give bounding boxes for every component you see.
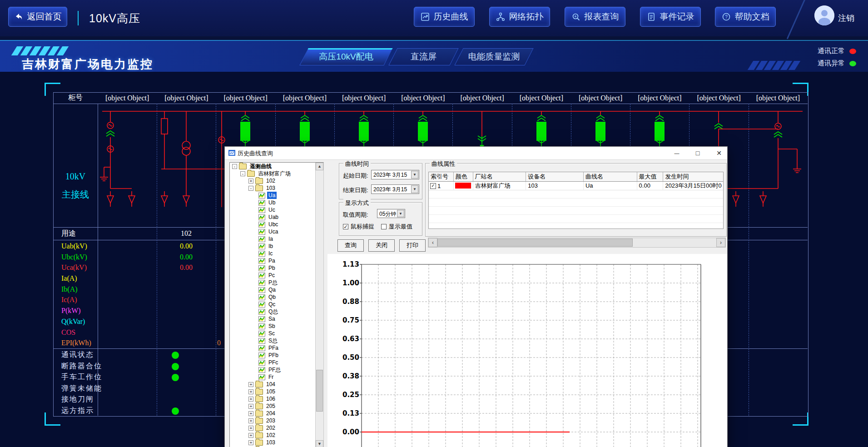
nav-help-doc-button[interactable]: ? 帮助文档 [715,7,776,27]
tree-item[interactable]: Sb [230,323,323,330]
tree-item[interactable]: + 102 [230,432,323,439]
tree-expander[interactable]: + [248,382,253,387]
tree-item[interactable]: Ua [230,192,323,199]
tree-item[interactable]: Qa [230,286,323,293]
scroll-right-arrow[interactable]: › [716,238,725,247]
tree-item[interactable]: Ia [230,235,323,243]
maximize-button[interactable]: □ [693,149,703,158]
tree-item[interactable]: P总 [230,279,323,286]
tree-item[interactable]: Pc [230,272,323,279]
tree-item[interactable]: PFc [230,359,323,366]
close-dialog-button[interactable]: 关闭 [368,239,395,252]
tab-power-quality[interactable]: 电能质量监测 [459,48,529,65]
minimize-button[interactable]: — [672,149,682,158]
tree-expander[interactable]: + [248,440,253,445]
tree-item[interactable]: - 103 [230,184,323,192]
cabinet-number: [object Object] [630,92,689,104]
dropdown-arrow-icon[interactable]: ▼ [411,185,418,193]
start-date-picker[interactable]: 2023年 3月15 ▼ [371,170,419,179]
tree-item[interactable]: + 105 [230,388,323,395]
row-checkbox[interactable]: ✓ [430,183,436,189]
tree-expander[interactable]: + [248,389,253,394]
tree-expander[interactable]: - [232,164,237,169]
query-button[interactable]: 查询 [337,239,364,252]
tree-expander[interactable]: - [248,186,253,191]
tree-item[interactable]: Uab [230,214,323,221]
scroll-left-arrow[interactable]: ‹ [428,238,437,247]
tree-item[interactable]: - 吉林财富广场 [230,170,323,177]
logout-button[interactable]: 注销 [838,13,854,24]
end-date-picker[interactable]: 2023年 3月15 ▼ [371,184,419,194]
curve-attributes-table[interactable]: 索引号 颜色 厂站名 设备名 曲线名 最大值 发生时间 ✓ 1 [428,172,724,229]
dropdown-arrow-icon[interactable]: ▼ [397,210,404,217]
status-label: 手车工作位 [53,373,102,381]
tree-expander[interactable]: - [240,171,245,176]
tree-item[interactable]: Sc [230,330,323,337]
avatar[interactable] [814,5,834,25]
row-curve: Ua [584,182,637,190]
tree-item[interactable]: Fr [230,373,323,381]
curve-icon [258,236,265,242]
nav-history-curve-button[interactable]: 历史曲线 [414,7,475,27]
tree-item[interactable]: Uc [230,206,323,214]
tree-item[interactable]: Sa [230,315,323,323]
nav-report-query-button[interactable]: 报表查询 [565,7,625,27]
tree-item[interactable]: + 204 [230,410,323,417]
tree-item[interactable]: Qc [230,301,323,308]
tree-item[interactable]: Q总 [230,308,323,315]
display-mode-group: 显示方式 取值周期: 05分钟 ▼ ✓ 鼠标捕捉 显示最值 [339,202,422,236]
scroll-down-arrow[interactable]: ▼ [316,440,323,447]
print-button[interactable]: 打印 [399,239,426,252]
tree-item[interactable]: + 205 [230,402,323,410]
tree-item[interactable]: Pa [230,257,323,264]
tree-item[interactable]: + 202 [230,424,323,432]
scrollbar-thumb[interactable] [316,370,323,412]
tree-item[interactable]: + 102 [230,177,323,184]
checkbox-checked-icon[interactable]: ✓ [343,224,348,229]
tree-item[interactable]: Ic [230,250,323,257]
nav-network-topology-button[interactable]: 网络拓扑 [489,7,550,27]
tree-item[interactable]: + 103 [230,439,323,446]
attr-table-row[interactable]: ✓ 1 吉林财富广场 103 Ua 0.00 2023年3月15日00时0 [429,182,723,190]
tree-expander[interactable]: + [248,426,253,431]
dialog-titlebar[interactable]: 历史曲线查询 — □ ✕ [225,147,727,160]
tree-item[interactable]: + 106 [230,395,323,402]
tree-expander[interactable]: + [248,418,253,423]
mouse-capture-checkbox[interactable]: ✓ 鼠标捕捉 [343,223,374,231]
tree-item[interactable]: + 104 [230,381,323,388]
green-dot [172,374,179,381]
tab-dc-panel[interactable]: 直流屏 [393,48,454,65]
tree-expander[interactable]: + [248,404,253,409]
tree-item[interactable]: PF总 [230,366,323,373]
tree-item[interactable]: - 遥测曲线 [230,163,323,170]
tree-expander[interactable]: + [248,397,253,402]
tree-item[interactable]: Pb [230,264,323,272]
hscrollbar-thumb[interactable] [437,238,633,247]
tree-item[interactable]: PFb [230,352,323,359]
scroll-up-arrow[interactable]: ▲ [316,163,323,170]
tree-item[interactable]: PFa [230,344,323,352]
tree-item[interactable]: Ubc [230,221,323,228]
tree-item[interactable]: S总 [230,337,323,344]
tree-scrollbar[interactable]: ▲ ▼ [315,163,323,447]
show-max-checkbox[interactable]: 显示最值 [381,223,412,231]
tree-item-label: Sb [267,323,277,330]
tree-item[interactable]: + 203 [230,417,323,424]
tree-item[interactable]: Qb [230,293,323,301]
checkbox-unchecked-icon[interactable] [381,224,387,229]
tree-expander[interactable]: + [248,179,253,184]
close-button[interactable]: ✕ [714,149,724,158]
tab-hv-10kv[interactable]: 高压10kV配电 [304,48,388,65]
curve-tree[interactable]: - 遥测曲线 - 吉林财富广场 + 102 [229,162,324,447]
sample-period-select[interactable]: 05分钟 ▼ [377,209,405,218]
tree-item[interactable]: Uca [230,228,323,235]
tree-expander[interactable]: + [248,433,253,438]
nav-event-log-button[interactable]: 事件记录 [640,7,701,27]
curve-icon [258,338,265,344]
tree-item[interactable]: Ub [230,199,323,206]
tree-item[interactable]: Ib [230,243,323,250]
back-home-button[interactable]: 返回首页 [8,7,67,27]
attr-table-hscrollbar[interactable]: ‹ › [428,238,726,248]
tree-expander[interactable]: + [248,411,253,416]
dropdown-arrow-icon[interactable]: ▼ [411,171,418,179]
